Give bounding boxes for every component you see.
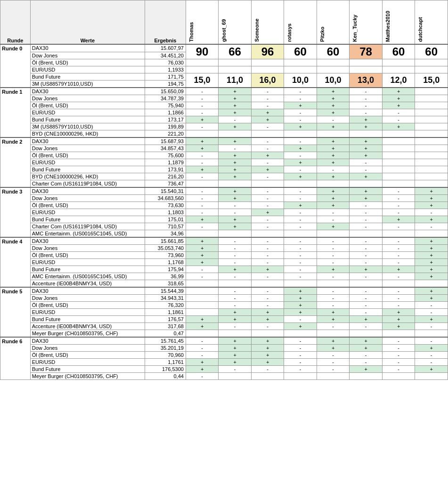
table-body: Runde 0DAX3015.607,979066966060786060Dow…: [0, 44, 448, 380]
runde-cell: Runde 0: [0, 44, 31, 88]
header-row: Runde Werte Ergebnis Thomas ghost_69 Som…: [0, 0, 448, 45]
score-cell: -: [284, 359, 317, 366]
score-cell: -: [186, 123, 219, 130]
werte-cell: EUR/USD: [30, 259, 145, 266]
score-cell: -: [317, 366, 350, 373]
score-cell: +: [186, 252, 219, 259]
score-cell: [415, 152, 448, 159]
score-cell: +: [219, 309, 252, 316]
werte-cell: Bund Future: [30, 366, 145, 373]
werte-cell: Öl (Brent, USD): [30, 302, 145, 309]
ergebnis-cell: 75,600: [145, 152, 186, 159]
score-cell: +: [219, 95, 252, 102]
empty-cell: [350, 59, 383, 66]
table-row: Öl (Brent, USD)75,940-+-++-+: [0, 102, 448, 109]
score-cell: [284, 230, 317, 238]
score-cell: -: [219, 295, 252, 302]
score-cell: -: [317, 116, 350, 123]
score-cell: [219, 230, 252, 238]
empty-cell: [382, 59, 415, 66]
score-cell: [415, 102, 448, 109]
score-cell: -: [251, 287, 284, 295]
score-cell: -: [284, 109, 317, 116]
score-cell: +: [251, 166, 284, 173]
score-cell: +: [251, 309, 284, 316]
score-cell: -: [284, 216, 317, 223]
table-row: Dow Jones34.787,39-+--+-+: [0, 95, 448, 102]
table-row: Runde 2DAX3015.687,93++--++: [0, 137, 448, 145]
score-cell: +: [186, 116, 219, 123]
table-row: Bund Future175,01++----++: [0, 216, 448, 223]
score-cell: -: [251, 259, 284, 266]
score-cell: [350, 330, 383, 338]
score-cell: +: [350, 366, 383, 373]
score-cell: +: [219, 123, 252, 130]
score-cell: -: [350, 223, 383, 230]
werte-cell: BYD (CNE100000296, HKD): [30, 130, 145, 138]
empty-cell: [186, 66, 219, 73]
ergebnis-cell: 710,57: [145, 223, 186, 230]
ergebnis-cell: 736,47: [145, 180, 186, 188]
score-cell: -: [186, 273, 219, 280]
score-cell: +: [219, 195, 252, 202]
score-cell: +: [251, 116, 284, 123]
score-cell: -: [415, 223, 448, 230]
werte-cell: 3M (US88579Y1010,USD): [30, 123, 145, 130]
header-ghost69: ghost_69: [219, 0, 252, 45]
score-cell: +: [350, 266, 383, 273]
score-cell: [284, 180, 317, 188]
score-cell: +: [284, 145, 317, 152]
score-cell: +: [350, 345, 383, 352]
werte-cell: Meyer Burger (CH0108503795, CHF): [30, 373, 145, 380]
score-cell: [186, 180, 219, 188]
score-cell: +: [415, 237, 448, 245]
ergebnis-cell: 317,68: [145, 323, 186, 330]
score-cell: +: [219, 166, 252, 173]
score-cell: [415, 95, 448, 102]
ergebnis-cell: 1,1933: [145, 66, 186, 73]
ergebnis-cell: 73,960: [145, 252, 186, 259]
score-cell: -: [251, 223, 284, 230]
score-cell: -: [251, 366, 284, 373]
score-cell: +: [415, 216, 448, 223]
header-kentucky: Ken_Tucky: [350, 0, 383, 45]
header-pitzko: Pitzko: [317, 0, 350, 45]
score-cell: -: [415, 352, 448, 359]
score-cell: +: [382, 102, 415, 109]
score-cell: [186, 130, 219, 138]
score-cell: +: [415, 245, 448, 252]
score-cell: +: [415, 195, 448, 202]
score-cell: [219, 130, 252, 138]
score-cell: +: [382, 323, 415, 330]
score-cell: [350, 373, 383, 380]
main-table-container: Runde Werte Ergebnis Thomas ghost_69 Som…: [0, 0, 448, 380]
score-cell: -: [284, 187, 317, 195]
ergebnis-cell: 1,1803: [145, 209, 186, 216]
score-cell: +: [219, 173, 252, 180]
score-cell: -: [251, 295, 284, 302]
werte-cell: BYD (CNE100000296, HKD): [30, 173, 145, 180]
table-row: EUR/USD1,1879-+-++-: [0, 159, 448, 166]
score-cell: +: [415, 287, 448, 295]
score-cell: +: [219, 316, 252, 323]
score-cell: -: [317, 273, 350, 280]
score-cell: [415, 130, 448, 138]
score-cell: [382, 280, 415, 288]
score-cell: +: [415, 366, 448, 373]
score-cell: -: [350, 216, 383, 223]
ergebnis-cell: 73,630: [145, 202, 186, 209]
werte-cell: Charter Com (US16119P1084, USD): [30, 180, 145, 188]
table-row: Accenture (IE00B4BNMY34, USD)318,65: [0, 280, 448, 288]
score-cell: +: [284, 309, 317, 316]
score-cell: -: [219, 209, 252, 216]
score-cell: -: [415, 209, 448, 216]
score-cell: -: [284, 88, 317, 95]
scores-table: Runde Werte Ergebnis Thomas ghost_69 Som…: [0, 0, 448, 380]
score-cell: -: [284, 337, 317, 345]
score-cell: +: [219, 137, 252, 145]
ergebnis-cell: 34.857,43: [145, 145, 186, 152]
score-cell: [350, 180, 383, 188]
score-cell: +: [317, 152, 350, 159]
werte-cell: Accenture (IE00B4BNMY34, USD): [30, 280, 145, 288]
empty-cell: [415, 66, 448, 73]
